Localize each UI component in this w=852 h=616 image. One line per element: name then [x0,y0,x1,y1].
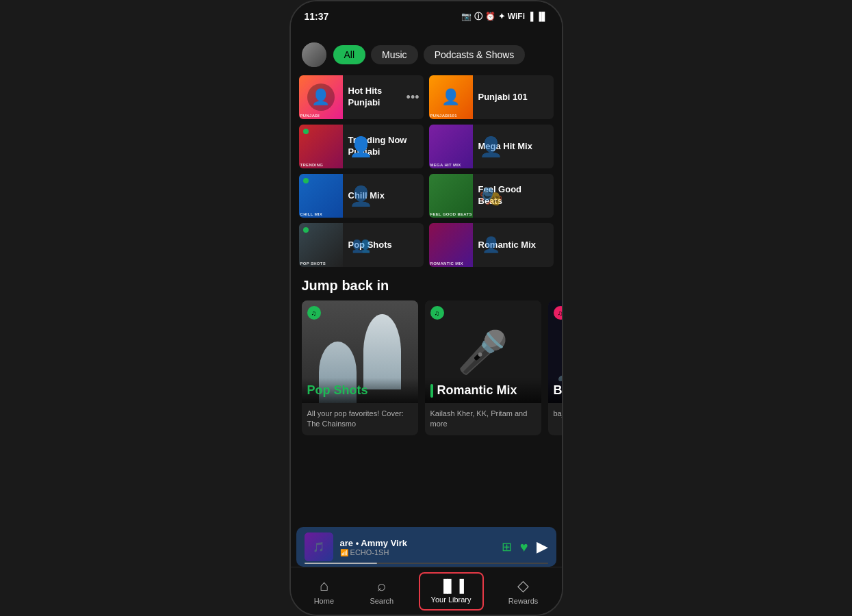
jump-card-title: Pop Shots [307,383,413,398]
jump-card-image: ♫ Pop Shots [302,300,418,403]
jump-card-romantic[interactable]: ♫ 🎤 Romantic Mix Kailash Kher, KK, Prita… [425,300,541,435]
battery-icon: ▐▌ [536,12,547,21]
now-playing-controls: ⊞ ♥ ▶ [502,538,548,556]
nav-label-search: Search [370,597,393,605]
now-playing-subtitle: ECHO-1SH [350,548,389,556]
list-item[interactable]: Feel Good Beats 🎭 Feel Good Beats [429,174,554,218]
like-button[interactable]: ♥ [520,539,528,555]
home-icon: ⌂ [320,577,328,595]
jump-card-info: All your pop favorites! Cover: The Chain… [302,403,418,435]
jump-card-third[interactable]: ♫ ✦ 🎵 Boll... baje... [548,300,562,435]
now-playing-thumbnail: 🎵 [305,532,333,561]
jump-card-image: ♫ 🎤 Romantic Mix [425,300,541,403]
list-item[interactable]: Chill Mix 👤 Chill Mix [299,174,424,218]
status-icons: 📷 ⓘ ⏰ ✦ WiFi ▐ ▐▌ [461,11,548,23]
active-dot [303,129,309,134]
search-icon: ⌕ [377,577,386,595]
now-playing-artist: 📶 ECHO-1SH [340,548,495,556]
playlist-thumb: Mega Hit Mix 👤 [429,125,473,168]
signal-icon: ▐ [528,12,534,21]
wifi-icon: WiFi [508,12,525,21]
now-playing-bar[interactable]: 🎵 are • Ammy Virk 📶 ECHO-1SH ⊞ ♥ ▶ [296,527,556,567]
jump-card-title: Romantic Mix [437,383,517,398]
jump-card-popshots[interactable]: ♫ Pop Shots All your pop favorites! Cove… [302,300,418,435]
active-dot [303,227,309,233]
list-item[interactable]: Punjabi 👤 Hot Hits Punjabi ••• [299,75,424,119]
play-pause-button[interactable]: ▶ [537,538,548,556]
jump-card-image: ♫ ✦ 🎵 Boll... [548,300,562,403]
filter-tab-music[interactable]: Music [371,45,418,64]
filter-tab-podcasts[interactable]: Podcasts & Shows [424,45,526,64]
playlist-thumb: Punjabi 👤 [299,75,343,119]
header-row: All Music Podcasts & Shows [291,37,562,75]
progress-fill [305,563,378,564]
alarm-icon: ⏰ [485,12,495,21]
playlist-thumb: Feel Good Beats 🎭 [429,174,473,218]
playlist-name: Punjabi 101 [473,92,533,103]
jump-back-in-title: Jump back in [291,267,562,300]
jump-back-in-scroll: ♫ Pop Shots All your pop favorites! Cove… [291,300,562,446]
instagram-icon: 📷 [461,12,472,21]
bottom-nav: ⌂ Home ⌕ Search ▐▌▐ Your Library ◇ Rewar… [291,567,562,615]
jump-card-desc: All your pop favorites! Cover: The Chain… [307,409,413,430]
list-item[interactable]: PUNJABI101 👤 Punjabi 101 [429,75,554,119]
jump-card-desc: Kailash Kher, KK, Pritam and more [430,409,536,430]
playlist-grid: Punjabi 👤 Hot Hits Punjabi ••• PUNJABI10… [291,75,562,267]
progress-bar [305,563,548,564]
playlist-thumb: PUNJABI101 👤 [429,75,473,119]
device-connect-icon[interactable]: ⊞ [502,539,512,554]
bluetooth-icon: ✦ [498,12,505,21]
now-playing-title: are • Ammy Virk [340,538,495,548]
more-options-button[interactable]: ••• [406,90,419,105]
nav-item-library[interactable]: ▐▌▐ Your Library [419,572,484,611]
jump-card-info: Kailash Kher, KK, Pritam and more [425,403,541,435]
jump-card-overlay: Pop Shots [302,378,418,403]
list-item[interactable]: Mega Hit Mix 👤 Mega Hit Mix [429,125,554,168]
nav-label-rewards: Rewards [508,597,538,605]
filter-tab-all[interactable]: All [333,45,366,64]
nav-item-rewards[interactable]: ◇ Rewards [498,572,549,611]
now-playing-info: are • Ammy Virk 📶 ECHO-1SH [340,538,495,556]
active-dot [303,178,309,183]
main-content: All Music Podcasts & Shows Punjabi 👤 Hot… [291,31,562,569]
list-item[interactable]: Trending 👤 Trending Now Punjabi [299,125,424,168]
jump-card-title: Boll... [554,383,562,398]
time-display: 11:37 [305,11,329,22]
list-item[interactable]: Romantic Mix 👤 Romantic Mix [429,223,554,267]
rewards-icon: ◇ [517,577,529,595]
filter-tabs: All Music Podcasts & Shows [333,45,526,64]
jump-card-desc: baje... [554,409,562,419]
info-icon: ⓘ [474,11,482,23]
list-item[interactable]: Pop Shots 👥 Pop Shots [299,223,424,267]
phone-frame: 11:37 📷 ⓘ ⏰ ✦ WiFi ▐ ▐▌ All Music Podcas… [289,0,563,616]
nav-label-home: Home [314,597,334,605]
jump-card-info: baje... [548,403,562,424]
user-avatar[interactable] [302,42,326,67]
nav-item-home[interactable]: ⌂ Home [303,572,345,611]
nav-label-library: Your Library [431,595,472,604]
library-icon: ▐▌▐ [439,579,463,593]
playlist-name: Hot Hits Punjabi [343,86,406,109]
status-bar: 11:37 📷 ⓘ ⏰ ✦ WiFi ▐ ▐▌ [291,1,562,31]
nav-item-search[interactable]: ⌕ Search [359,572,404,611]
playlist-thumb: Romantic Mix 👤 [429,223,473,267]
